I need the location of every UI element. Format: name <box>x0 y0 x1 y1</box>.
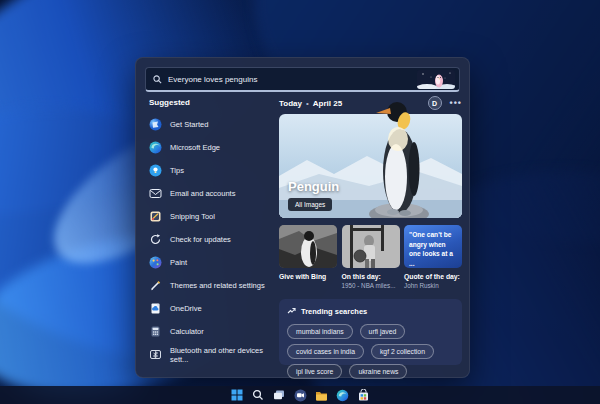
all-images-button[interactable]: All Images <box>288 198 332 211</box>
search-box[interactable] <box>145 67 460 92</box>
sidebar-item-label: Tips <box>170 166 184 175</box>
account-avatar[interactable]: D <box>428 96 442 110</box>
store-icon[interactable] <box>356 388 370 402</box>
hero-title: Penguin <box>288 179 339 194</box>
trending-chip[interactable]: covid cases in india <box>287 344 364 359</box>
task-view-icon[interactable] <box>272 388 286 402</box>
trending-chip[interactable]: ukraine news <box>349 364 407 379</box>
card-subcaption: 1950 - NBA miles... <box>342 282 400 290</box>
get-started-icon <box>149 118 162 131</box>
sidebar-item-label: Themes and related settings <box>170 281 265 290</box>
on-this-day-image <box>342 225 400 268</box>
quote-image: "One can't be angry when one looks at a … <box>404 225 462 268</box>
sidebar-item-calculator[interactable]: Calculator <box>146 320 276 343</box>
card-subcaption: John Ruskin <box>404 282 462 290</box>
trending-header: Trending searches <box>287 306 454 317</box>
sidebar-item-label: OneDrive <box>170 304 202 313</box>
calculator-icon <box>149 325 162 338</box>
today-header-row: Today • April 25 D ••• <box>279 96 462 110</box>
bing-content-column: Today • April 25 D ••• <box>279 96 462 365</box>
date-separator: • <box>306 99 309 108</box>
start-button[interactable] <box>230 388 244 402</box>
tips-icon <box>149 164 162 177</box>
card-caption: Quote of the day: <box>404 273 462 281</box>
trending-chip[interactable]: urfi javed <box>360 324 406 339</box>
date-label: April 25 <box>313 99 342 108</box>
search-flyout-panel: Suggested Get Started Microsoft Edge Tip… <box>135 57 470 378</box>
sidebar-item-email-accounts[interactable]: Email and accounts <box>146 182 276 205</box>
sidebar-item-label: Get Started <box>170 120 208 129</box>
trending-chip[interactable]: ipl live score <box>287 364 342 379</box>
penguin-hero-card[interactable]: Penguin All Images <box>279 114 462 218</box>
give-with-bing-image <box>279 225 337 268</box>
snipping-tool-icon <box>149 210 162 223</box>
trending-chips: mumbai indians urfi javed covid cases in… <box>287 324 454 379</box>
sidebar-item-microsoft-edge[interactable]: Microsoft Edge <box>146 136 276 159</box>
edge-taskbar-icon[interactable] <box>335 388 349 402</box>
sidebar-item-label: Calculator <box>170 327 204 336</box>
search-taskbar-icon[interactable] <box>251 388 265 402</box>
more-options-button[interactable]: ••• <box>450 100 462 106</box>
suggested-heading: Suggested <box>149 98 190 107</box>
taskbar <box>0 386 600 404</box>
trending-label: Trending searches <box>301 307 367 316</box>
chat-icon[interactable] <box>293 388 307 402</box>
sidebar-item-paint[interactable]: Paint <box>146 251 276 274</box>
trending-arrow-icon <box>287 306 296 317</box>
email-icon <box>149 187 162 200</box>
edge-icon <box>149 141 162 154</box>
sidebar-item-label: Check for updates <box>170 235 231 244</box>
sidebar-item-snipping-tool[interactable]: Snipping Tool <box>146 205 276 228</box>
search-input[interactable] <box>162 75 417 84</box>
trending-chip[interactable]: kgf 2 collection <box>371 344 434 359</box>
card-caption: On this day: <box>342 273 400 281</box>
sidebar-item-label: Paint <box>170 258 187 267</box>
search-icon <box>153 70 162 88</box>
check-updates-icon <box>149 233 162 246</box>
sidebar-item-bluetooth-devices[interactable]: Bluetooth and other devices sett... <box>146 343 276 366</box>
sidebar-item-label: Email and accounts <box>170 189 235 198</box>
give-with-bing-card[interactable]: Give with Bing <box>279 225 337 290</box>
on-this-day-card[interactable]: On this day: 1950 - NBA miles... <box>342 225 400 290</box>
quote-of-day-card[interactable]: "One can't be angry when one looks at a … <box>404 225 462 290</box>
sidebar-item-label: Microsoft Edge <box>170 143 220 152</box>
file-explorer-icon[interactable] <box>314 388 328 402</box>
penguin-illustration-icon <box>417 70 455 89</box>
themes-icon <box>149 279 162 292</box>
card-caption: Give with Bing <box>279 273 337 281</box>
sidebar-item-label: Snipping Tool <box>170 212 215 221</box>
sidebar-item-check-updates[interactable]: Check for updates <box>146 228 276 251</box>
today-label: Today <box>279 99 302 108</box>
suggested-list: Get Started Microsoft Edge Tips Email an… <box>146 113 276 366</box>
sidebar-item-themes-settings[interactable]: Themes and related settings <box>146 274 276 297</box>
sidebar-item-get-started[interactable]: Get Started <box>146 113 276 136</box>
paint-icon <box>149 256 162 269</box>
onedrive-icon <box>149 302 162 315</box>
sidebar-item-onedrive[interactable]: OneDrive <box>146 297 276 320</box>
trending-searches-card: Trending searches mumbai indians urfi ja… <box>279 299 462 365</box>
sidebar-item-label: Bluetooth and other devices sett... <box>170 346 276 364</box>
trending-chip[interactable]: mumbai indians <box>287 324 353 339</box>
info-cards-row: Give with Bing <box>279 225 462 290</box>
sidebar-item-tips[interactable]: Tips <box>146 159 276 182</box>
quote-text: "One can't be angry when one looks at a … <box>409 230 457 268</box>
bluetooth-icon <box>149 348 162 361</box>
